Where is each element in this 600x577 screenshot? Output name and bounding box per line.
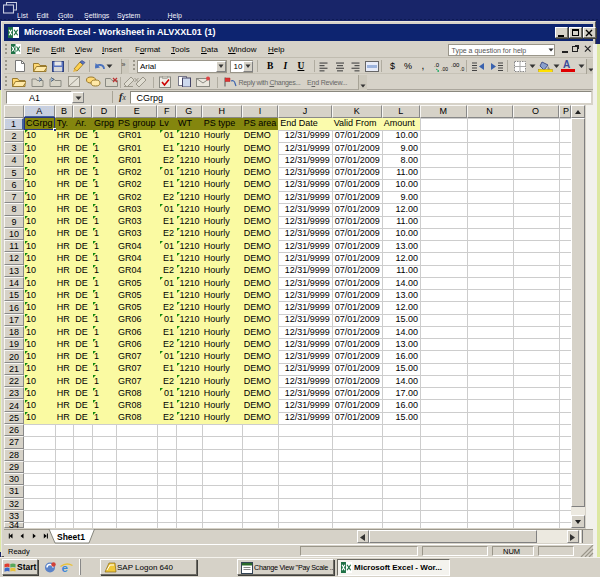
svg-text:.0: .0 [434, 62, 440, 68]
svg-text:.00: .00 [441, 66, 448, 72]
svg-text:.00: .00 [451, 62, 460, 68]
svg-text:e: e [62, 561, 68, 573]
svg-text:.0: .0 [460, 66, 464, 72]
